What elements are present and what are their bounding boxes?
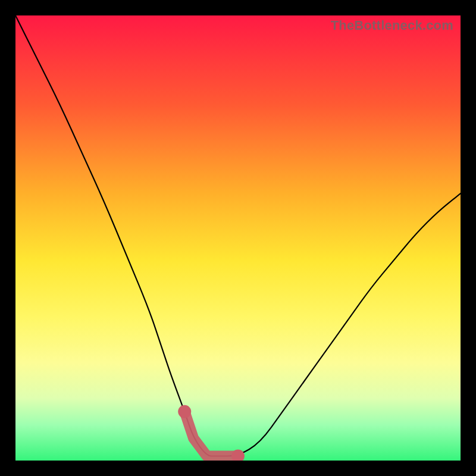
curve-line — [15, 15, 461, 456]
bottleneck-curve — [15, 15, 461, 461]
curve-emphasis — [184, 412, 238, 456]
emphasis-dot — [178, 405, 191, 418]
watermark-label: TheBottleneck.com — [331, 18, 453, 33]
chart-frame: TheBottleneck.com — [0, 0, 476, 476]
chart-plot-area: TheBottleneck.com — [15, 15, 461, 461]
